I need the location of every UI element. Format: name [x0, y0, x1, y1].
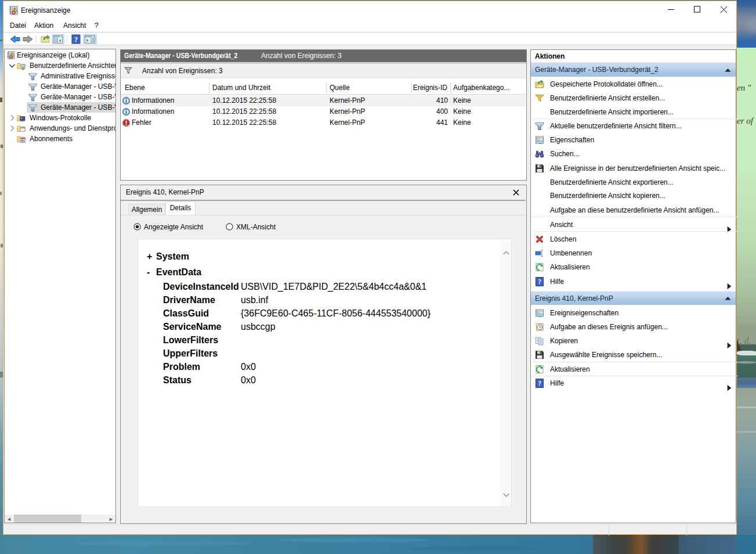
svg-text:?: ? — [74, 35, 78, 44]
